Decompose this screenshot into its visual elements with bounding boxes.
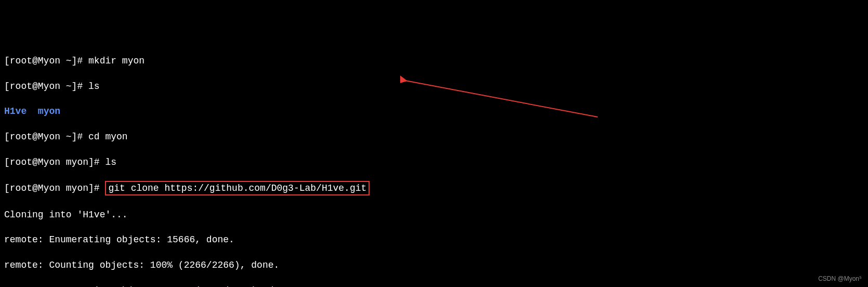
highlighted-command: git clone https://github.com/D0g3-Lab/H1… bbox=[105, 181, 370, 195]
prompt: [root@Myon ~]# bbox=[4, 132, 88, 142]
prompt: [root@Myon ~]# bbox=[4, 56, 88, 66]
terminal-line: [root@Myon ~]# cd myon bbox=[4, 131, 864, 143]
output-line: Cloning into 'H1ve'... bbox=[4, 208, 864, 221]
terminal-line: [root@Myon ~]# ls bbox=[4, 80, 864, 93]
output-line: remote: Compressing objects: 100% (1303/… bbox=[4, 284, 864, 287]
annotation-arrow-icon bbox=[400, 68, 608, 130]
output-line: remote: Enumerating objects: 15666, done… bbox=[4, 233, 864, 246]
terminal-line: [root@Myon myon]# git clone https://gith… bbox=[4, 181, 864, 195]
dir-name: myon bbox=[38, 106, 60, 116]
terminal-line: [root@Myon ~]# mkdir myon bbox=[4, 55, 864, 67]
terminal-line: [root@Myon myon]# ls bbox=[4, 156, 864, 168]
command: ls bbox=[105, 157, 116, 167]
ls-output: H1ve myon bbox=[4, 105, 864, 118]
prompt: [root@Myon myon]# bbox=[4, 183, 105, 193]
output-line: remote: Counting objects: 100% (2266/226… bbox=[4, 259, 864, 271]
prompt: [root@Myon myon]# bbox=[4, 157, 105, 167]
dir-name: H1ve bbox=[4, 106, 27, 116]
command: ls bbox=[88, 81, 100, 92]
command: cd myon bbox=[88, 132, 128, 142]
watermark: CSDN @Myon⁵ bbox=[818, 275, 862, 283]
command: mkdir myon bbox=[88, 56, 144, 66]
prompt: [root@Myon ~]# bbox=[4, 81, 88, 92]
